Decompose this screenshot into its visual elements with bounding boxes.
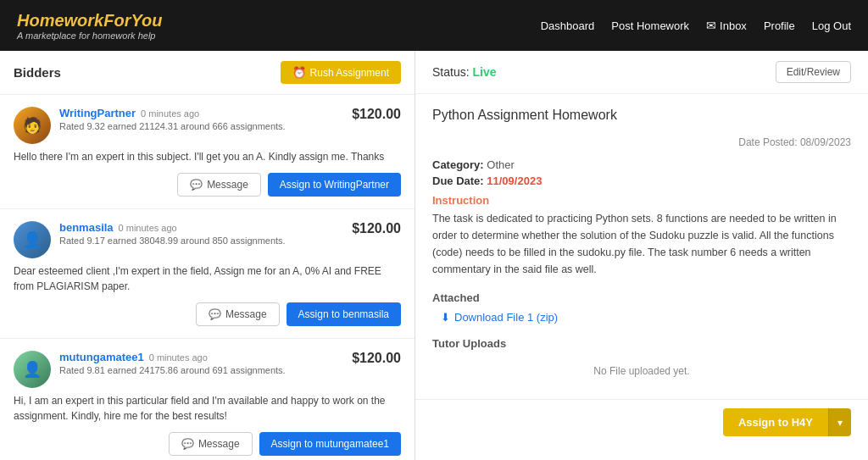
message-icon-2: 💬 (209, 308, 221, 320)
download-link[interactable]: ⬇ Download File 1 (zip) (441, 311, 851, 324)
bidder-card-2: 👤 benmasila 0 minutes ago Rated 9.17 ear… (0, 209, 415, 339)
logo-title: HomeworkForYou (17, 11, 163, 30)
logo-area: HomeworkForYou A marketplace for homewor… (17, 11, 163, 41)
nav-links: Dashboard Post Homework ✉ Inbox Profile … (541, 19, 851, 32)
date-posted-label: Date Posted: (738, 136, 800, 148)
bottom-bar: Assign to H4Y ▾ (415, 399, 868, 445)
message-btn-label-3: Message (198, 438, 240, 450)
rush-btn-label: Rush Assignment (310, 67, 389, 79)
message-button-2[interactable]: 💬 Message (196, 302, 280, 326)
bidder-time-1: 0 minutes ago (141, 108, 199, 119)
instruction-label: Instruction (432, 194, 851, 207)
bidder-name-3: mutungamatee1 (59, 351, 144, 363)
bidder-actions-3: 💬 Message Assign to mutungamatee1 (14, 432, 401, 456)
bidder-message-1: Hello there I'm an expert in this subjec… (14, 149, 401, 164)
bidder-name-row-1: WritingPartner 0 minutes ago (59, 107, 343, 119)
assign-button-1[interactable]: Assign to WritingPartner (268, 173, 401, 197)
nav-inbox-label: Inbox (720, 19, 747, 32)
nav-inbox[interactable]: ✉ Inbox (706, 19, 747, 32)
due-date-value: 11/09/2023 (487, 175, 542, 187)
category-line: Category: Other (432, 158, 851, 171)
status-text: Status: Live (432, 65, 496, 79)
bidder-message-3: Hi, I am an expert in this particular fi… (14, 393, 401, 424)
bidder-rating-1: Rated 9.32 earned 21124.31 around 666 as… (59, 121, 343, 131)
assign-button-3[interactable]: Assign to mutungamatee1 (259, 432, 401, 456)
status-label: Status: (432, 65, 472, 79)
bidder-info-1: WritingPartner 0 minutes ago Rated 9.32 … (59, 107, 343, 131)
header: HomeworkForYou A marketplace for homewor… (0, 0, 868, 51)
logo-subtitle: A marketplace for homework help (17, 30, 163, 41)
bidder-message-2: Dear esteemed client ,I'm expert in the … (14, 263, 401, 294)
tutor-uploads-label: Tutor Uploads (432, 337, 851, 350)
rush-assignment-button[interactable]: ⏰ Rush Assignment (281, 61, 401, 84)
status-value: Live (472, 65, 496, 79)
right-panel: Status: Live Edit/Review Python Assignme… (415, 51, 868, 460)
left-header: Bidders ⏰ Rush Assignment (0, 51, 415, 95)
nav-profile[interactable]: Profile (764, 19, 795, 32)
message-btn-label-2: Message (225, 308, 267, 320)
instruction-text: The task is dedicated to practicing Pyth… (432, 210, 851, 278)
main-layout: Bidders ⏰ Rush Assignment 🧑 WritingPartn… (0, 51, 868, 460)
bidder-actions-1: 💬 Message Assign to WritingPartner (14, 173, 401, 197)
nav-post-homework[interactable]: Post Homework (611, 19, 689, 32)
bidder-card-1: 🧑 WritingPartner 0 minutes ago Rated 9.3… (0, 95, 415, 209)
assign-h4y-button[interactable]: Assign to H4Y (723, 408, 828, 436)
bidder-price-2: $120.00 (352, 221, 401, 236)
no-file-text: No File uploaded yet. (432, 357, 851, 385)
message-btn-label-1: Message (207, 179, 248, 191)
assign-button-2[interactable]: Assign to benmasila (287, 302, 401, 326)
bidder-rating-3: Rated 9.81 earned 24175.86 around 691 as… (59, 365, 343, 375)
bidder-time-3: 0 minutes ago (149, 352, 208, 363)
date-posted: Date Posted: 08/09/2023 (432, 136, 851, 148)
assign-h4y-dropdown-button[interactable]: ▾ (828, 408, 851, 436)
bidder-top-1: 🧑 WritingPartner 0 minutes ago Rated 9.3… (14, 107, 401, 144)
due-date-line: Due Date: 11/09/2023 (432, 175, 851, 187)
clock-icon: ⏰ (292, 66, 306, 79)
nav-dashboard[interactable]: Dashboard (541, 19, 595, 32)
bidder-rating-2: Rated 9.17 earned 38048.99 around 850 as… (59, 236, 343, 246)
assignment-title: Python Assignment Homework (432, 108, 851, 123)
bidder-card-3: 👤 mutungamatee1 0 minutes ago Rated 9.81… (0, 339, 415, 460)
download-link-text: Download File 1 (zip) (454, 311, 558, 324)
message-button-1[interactable]: 💬 Message (177, 173, 261, 197)
bidder-info-2: benmasila 0 minutes ago Rated 9.17 earne… (59, 221, 343, 246)
edit-review-button[interactable]: Edit/Review (776, 61, 851, 83)
message-icon-3: 💬 (181, 438, 194, 450)
due-date-label: Due Date: (432, 175, 487, 187)
attached-label: Attached (432, 291, 851, 304)
nav-logout[interactable]: Log Out (812, 19, 851, 32)
bidder-price-3: $120.00 (352, 351, 401, 366)
avatar-1: 🧑 (14, 107, 51, 144)
avatar-2: 👤 (14, 221, 51, 258)
bidder-top-3: 👤 mutungamatee1 0 minutes ago Rated 9.81… (14, 351, 401, 388)
assign-h4y-group: Assign to H4Y ▾ (723, 408, 851, 436)
category-value: Other (487, 158, 515, 171)
avatar-3: 👤 (14, 351, 51, 388)
bidder-top-2: 👤 benmasila 0 minutes ago Rated 9.17 ear… (14, 221, 401, 258)
bidder-name-row-3: mutungamatee1 0 minutes ago (59, 351, 343, 363)
message-button-3[interactable]: 💬 Message (169, 432, 253, 456)
bidder-name-row-2: benmasila 0 minutes ago (59, 221, 343, 234)
bidder-name-1: WritingPartner (59, 107, 136, 119)
category-label: Category: (432, 158, 487, 171)
message-icon-1: 💬 (190, 179, 203, 191)
right-body: Python Assignment Homework Date Posted: … (415, 94, 868, 399)
date-posted-value: 08/09/2023 (800, 136, 851, 148)
bidder-time-2: 0 minutes ago (119, 223, 177, 233)
bidders-title: Bidders (14, 65, 61, 80)
left-panel: Bidders ⏰ Rush Assignment 🧑 WritingPartn… (0, 51, 415, 460)
bidder-actions-2: 💬 Message Assign to benmasila (14, 302, 401, 326)
bidder-price-1: $120.00 (352, 107, 401, 122)
bidder-name-2: benmasila (59, 221, 114, 234)
download-icon: ⬇ (441, 311, 450, 324)
right-header: Status: Live Edit/Review (415, 51, 868, 94)
inbox-icon: ✉ (706, 19, 716, 32)
bidder-info-3: mutungamatee1 0 minutes ago Rated 9.81 e… (59, 351, 343, 375)
